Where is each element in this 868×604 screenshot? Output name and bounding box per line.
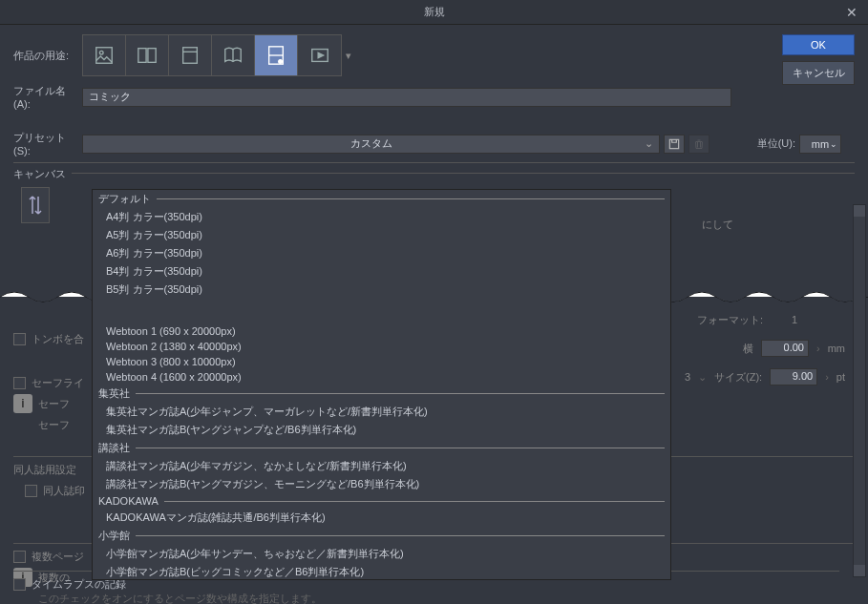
safe-text2: セーフ (38, 418, 70, 432)
scroll-up-icon[interactable] (854, 205, 865, 217)
dropdown-item[interactable]: A5判 カラー(350dpi) (93, 226, 670, 244)
dropdown-group-header: 講談社 (93, 439, 670, 457)
preset-value: カスタム (350, 136, 392, 151)
multipage-checkbox[interactable] (13, 551, 26, 563)
trim-checkbox[interactable] (13, 333, 26, 345)
dropdown-item[interactable]: KADOKAWAマンガ誌(雑誌共通/B6判単行本化) (93, 509, 670, 527)
svg-rect-3 (148, 49, 156, 63)
ok-button[interactable]: OK (782, 34, 855, 55)
scroll-down-icon[interactable] (854, 565, 865, 576)
timelapse-checkbox[interactable] (13, 578, 26, 591)
usage-comic-icon[interactable] (126, 35, 169, 75)
preset-label: プリセット(S): (13, 131, 82, 156)
preset-select[interactable]: カスタム ⌄ (82, 135, 660, 154)
chevron-down-icon: ⌄ (830, 139, 837, 149)
preset-dropdown[interactable]: デフォルトA4判 カラー(350dpi)A5判 カラー(350dpi)A6判 カ… (92, 189, 671, 580)
safeline-checkbox[interactable] (13, 377, 26, 389)
usage-label: 作品の用途: (13, 49, 82, 63)
doujin-print-checkbox[interactable] (25, 485, 37, 497)
usage-print-icon[interactable] (169, 35, 212, 75)
svg-rect-2 (138, 49, 146, 63)
filename-label: ファイル名(A): (13, 84, 82, 110)
unit-select[interactable]: mm ⌄ (799, 135, 841, 154)
dropdown-item[interactable]: 集英社マンガ誌B(ヤングジャンプなど/B6判単行本化) (93, 421, 670, 439)
info-icon: i (13, 394, 32, 413)
canvas-label: キャンバス (13, 167, 66, 181)
chevron-down-icon[interactable]: ▾ (346, 50, 351, 62)
svg-point-1 (99, 51, 103, 54)
dropdown-group-header: KADOKAWA (93, 493, 670, 509)
svg-rect-12 (669, 139, 678, 148)
titlebar: 新規 ✕ (0, 0, 868, 25)
doujin-print-label: 同人誌印 (43, 484, 85, 498)
dropdown-item[interactable]: 集英社マンガ誌A(少年ジャンプ、マーガレットなど/新書判単行本化) (93, 403, 670, 421)
svg-marker-11 (318, 52, 324, 58)
window-title: 新規 (424, 5, 445, 19)
dropdown-item[interactable]: 講談社マンガ誌A(少年マガジン、なかよしなど/新書判単行本化) (93, 457, 670, 475)
usage-book-icon[interactable] (212, 35, 255, 75)
orientation-swap-button[interactable] (21, 187, 50, 223)
usage-animation-icon[interactable] (298, 35, 341, 75)
dropdown-item[interactable]: B5判 カラー(350dpi) (93, 281, 670, 299)
unit-label: 単位(U): (757, 136, 795, 151)
svg-rect-4 (183, 48, 198, 64)
usage-icon-group (82, 34, 342, 76)
dropdown-group-header: 集英社 (93, 385, 670, 403)
close-icon[interactable]: ✕ (843, 4, 860, 21)
dropdown-item[interactable]: Webtoon 1 (690 x 20000px) (93, 323, 670, 339)
save-preset-button[interactable] (664, 135, 685, 154)
dropdown-item[interactable]: Webtoon 4 (1600 x 20000px) (93, 369, 670, 385)
filename-input[interactable] (82, 88, 731, 107)
chevron-down-icon: ⌄ (645, 137, 653, 150)
safeline-label: セーフライ (32, 376, 84, 390)
nishite-text: にして (702, 218, 733, 232)
dropdown-group-header: デフォルト (93, 190, 670, 208)
dropdown-item[interactable]: A6判 カラー(350dpi) (93, 244, 670, 262)
multipage-label: 複数ページ (32, 550, 84, 564)
usage-illustration-icon[interactable] (83, 35, 126, 75)
dropdown-item[interactable]: B4判 カラー(350dpi) (93, 262, 670, 281)
svg-point-9 (279, 60, 283, 64)
delete-preset-button (688, 135, 709, 154)
trim-label: トンボを合 (32, 332, 84, 346)
dropdown-item[interactable]: 小学館マンガ誌B(ビッグコミックなど／B6判単行本化) (93, 563, 670, 580)
usage-webtoon-icon[interactable] (255, 35, 298, 75)
cancel-button[interactable]: キャンセル (782, 61, 855, 85)
dropdown-item[interactable]: 小学館マンガ誌A(少年サンデー、ちゃおなど／新書判単行本化) (93, 545, 670, 563)
dropdown-item[interactable]: 講談社マンガ誌B(ヤングマガジン、モーニングなど/B6判単行本化) (93, 475, 670, 493)
doujin-label: 同人誌用設定 (13, 463, 76, 477)
dropdown-group-header: 小学館 (93, 527, 670, 545)
dropdown-item[interactable]: A4判 カラー(350dpi) (93, 208, 670, 226)
dropdown-item[interactable]: Webtoon 2 (1380 x 40000px) (93, 339, 670, 354)
scrollbar[interactable] (853, 204, 866, 577)
safe-text1: セーフ (38, 397, 70, 411)
dropdown-item[interactable]: Webtoon 3 (800 x 10000px) (93, 354, 670, 369)
